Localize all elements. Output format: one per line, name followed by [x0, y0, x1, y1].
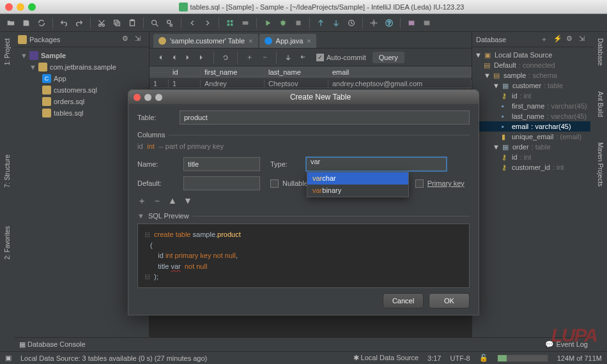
gear-icon[interactable]: ⚙	[566, 34, 576, 45]
tree-root[interactable]: ▼Sample	[17, 50, 146, 61]
stop-icon[interactable]	[291, 16, 305, 30]
ok-button[interactable]: OK	[429, 293, 470, 308]
add-row-icon[interactable]: ＋	[243, 51, 256, 64]
status-ds[interactable]: ✱ Local Data Source	[353, 354, 419, 362]
query-button[interactable]: Query	[373, 52, 404, 63]
tree-item-tables[interactable]: tables.sql	[17, 107, 146, 119]
strip-antbuild[interactable]: Ant Build	[597, 89, 604, 119]
forward-icon[interactable]	[201, 16, 215, 30]
find-icon[interactable]	[148, 16, 162, 30]
vcs-commit-icon[interactable]	[329, 16, 343, 30]
cut-icon[interactable]	[95, 16, 109, 30]
close-icon[interactable]: ×	[307, 37, 311, 45]
strip-structure[interactable]: 7: Structure	[4, 152, 11, 190]
column-name-input[interactable]: title	[183, 157, 260, 171]
undo-icon[interactable]	[57, 16, 71, 30]
db-col[interactable]: ⚷customer_id: int	[475, 162, 590, 172]
minimize-icon[interactable]	[17, 3, 24, 11]
status-toggle-icon[interactable]: ▣	[5, 354, 12, 362]
tool2-icon[interactable]	[420, 16, 434, 30]
db-col[interactable]: ▪first_name: varchar(45)	[475, 101, 590, 111]
tree-item-customers[interactable]: customers.sql	[17, 84, 146, 96]
paste-icon[interactable]	[125, 16, 139, 30]
primarykey-checkbox[interactable]: Primary key	[415, 179, 465, 188]
close-icon[interactable]: ×	[249, 37, 252, 45]
memory-bar[interactable]	[497, 354, 548, 362]
checkbox-icon[interactable]	[270, 179, 279, 188]
move-down-icon[interactable]: ▼	[183, 195, 192, 207]
add-ds-icon[interactable]: ＋	[541, 34, 551, 45]
strip-maven[interactable]: Maven Projects	[597, 140, 604, 189]
sql-preview-section[interactable]: ▼SQL Preview	[137, 212, 470, 220]
nullable-checkbox[interactable]: Nullable	[270, 179, 308, 188]
remove-row-icon[interactable]: －	[258, 51, 271, 64]
commit-icon[interactable]	[282, 51, 295, 64]
collapse-icon[interactable]: ⇲	[579, 34, 589, 45]
autocomplete-item[interactable]: varchar	[307, 172, 408, 185]
db-col[interactable]: ⚷id: int	[475, 91, 590, 101]
cell[interactable]: Andrey	[201, 80, 265, 88]
strip-favorites[interactable]: 2: Favorites	[4, 224, 11, 262]
cell[interactable]: 1	[169, 80, 201, 88]
next-page-icon[interactable]	[181, 51, 194, 64]
maximize-icon[interactable]	[28, 3, 36, 11]
status-lock-icon[interactable]: 🔓	[479, 354, 488, 362]
db-table-customer[interactable]: ▼▦customer: table	[475, 80, 590, 91]
db-schema[interactable]: ▼▤sample: schema	[475, 70, 590, 80]
status-encoding[interactable]: UTF-8	[450, 354, 470, 362]
strip-database[interactable]: Database	[597, 36, 604, 68]
help-icon[interactable]: ?	[382, 16, 396, 30]
tree-pkg[interactable]: ▼com.jetbrains.sample	[17, 61, 146, 73]
status-caret[interactable]: 3:17	[427, 354, 441, 362]
first-page-icon[interactable]	[153, 51, 166, 64]
copy-icon[interactable]	[110, 16, 124, 30]
db-table-order[interactable]: ▼▦order: table	[475, 142, 590, 152]
col-first-name[interactable]: first_name	[201, 68, 265, 77]
grid-row[interactable]: 1 1 Andrey Cheptsov andrey.cheptsov@gmai…	[150, 78, 472, 89]
filter-icon[interactable]: ⚡	[553, 34, 564, 45]
db-index[interactable]: ▮unique_email: (email)	[475, 132, 590, 142]
vcs-history-icon[interactable]	[344, 16, 358, 30]
gear-icon[interactable]: ⚙	[122, 34, 132, 45]
build-icon[interactable]	[223, 16, 237, 30]
last-page-icon[interactable]	[196, 51, 208, 64]
add-column-icon[interactable]: ＋	[137, 195, 146, 207]
redo-icon[interactable]	[72, 16, 86, 30]
default-input[interactable]	[183, 176, 260, 190]
save-icon[interactable]	[19, 16, 33, 30]
table-name-input[interactable]: product	[180, 110, 470, 125]
remove-column-icon[interactable]: －	[153, 195, 162, 207]
tw-dbconsole[interactable]: ▦ Database Console	[19, 340, 86, 349]
db-col-email[interactable]: ▪email: varchar(45)	[475, 121, 590, 132]
col-email[interactable]: email	[328, 68, 472, 77]
column-type-input[interactable]: var varchar varbinary	[306, 157, 447, 171]
move-up-icon[interactable]: ▲	[168, 195, 177, 207]
close-icon[interactable]	[5, 3, 13, 11]
tab-app-java[interactable]: App.java ×	[259, 34, 316, 48]
reload-icon[interactable]	[219, 51, 232, 64]
prev-page-icon[interactable]	[167, 51, 180, 64]
col-last-name[interactable]: last_name	[265, 68, 328, 77]
cell[interactable]: Cheptsov	[265, 80, 328, 88]
tree-item-app[interactable]: CApp	[17, 73, 146, 84]
debug-icon[interactable]	[276, 16, 290, 30]
checkbox-icon[interactable]	[415, 179, 424, 188]
replace-icon[interactable]	[163, 16, 177, 30]
run-config-icon[interactable]	[238, 16, 252, 30]
cell[interactable]: andrey.cheptsov@gmail.com	[328, 80, 472, 88]
db-datasource[interactable]: ▼▣Local Data Source	[475, 50, 590, 60]
revert-icon[interactable]	[297, 51, 310, 64]
open-icon[interactable]	[4, 16, 18, 30]
tool1-icon[interactable]	[404, 16, 419, 30]
strip-project[interactable]: 1: Project	[4, 36, 11, 68]
db-col[interactable]: ⚷id: int	[475, 152, 590, 162]
sync-icon[interactable]	[35, 16, 49, 30]
checkbox-icon[interactable]: ✓	[316, 54, 324, 61]
settings-icon[interactable]	[367, 16, 381, 30]
autocomplete-item[interactable]: varbinary	[307, 185, 408, 197]
run-icon[interactable]	[261, 16, 275, 30]
tree-item-orders[interactable]: orders.sql	[17, 96, 146, 107]
col-id[interactable]: id	[169, 68, 201, 77]
db-default[interactable]: ▤Default: connected	[475, 60, 590, 70]
back-icon[interactable]	[185, 16, 199, 30]
